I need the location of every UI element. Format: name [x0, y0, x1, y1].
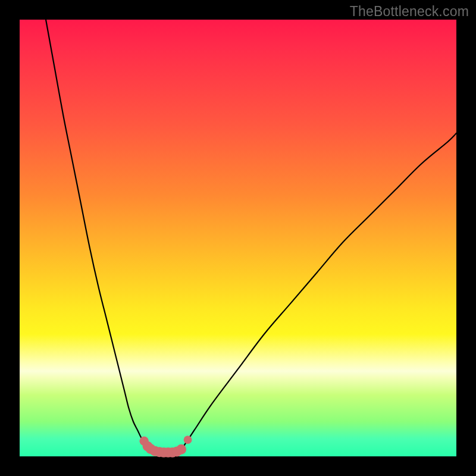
valley-marker: [176, 444, 186, 455]
valley-markers: [139, 436, 192, 458]
plot-area: [20, 20, 456, 456]
chart-frame: TheBottleneck.com: [0, 0, 476, 476]
bottleneck-curve: [46, 20, 456, 453]
valley-marker: [184, 436, 192, 444]
curve-svg: [20, 20, 456, 456]
watermark-text: TheBottleneck.com: [350, 4, 469, 20]
